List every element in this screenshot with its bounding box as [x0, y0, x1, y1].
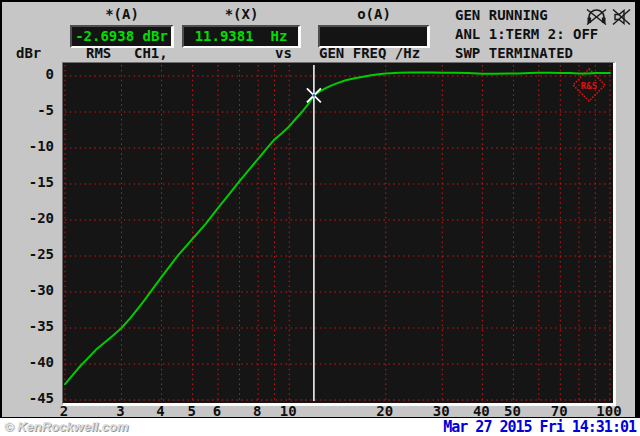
readout-group-x: *(X) 11.9381 Hz — [182, 6, 301, 48]
trace-channel-label: CH1, — [134, 45, 168, 61]
y-tick-label: -30 — [6, 282, 54, 298]
x-tick-label: 50 — [494, 403, 530, 419]
status-gen: GEN RUNNING — [455, 7, 598, 26]
datetime-text: Mar 27 2015 Fri 14:31:01 — [443, 418, 636, 436]
readout-o-header: o(A) — [318, 6, 430, 23]
watermark-text: © KenRockwell.com — [4, 419, 128, 434]
readout-group-o: o(A) — [318, 6, 430, 48]
readout-group-a: *(A) -2.6938 dBr — [70, 6, 174, 48]
x-tick-label: 20 — [367, 403, 403, 419]
y-tick-label: -35 — [6, 318, 54, 334]
analyzer-screen: *(A) -2.6938 dBr *(X) 11.9381 Hz o(A) dB… — [0, 0, 640, 436]
plot-background — [63, 63, 613, 403]
y-tick-label: -25 — [6, 246, 54, 262]
y-unit-top-label: dBr — [16, 45, 41, 61]
trace-function-label: RMS — [86, 45, 111, 61]
status-anl: ANL 1:TERM 2: OFF — [455, 26, 598, 45]
y-tick-label: -20 — [6, 210, 54, 226]
y-tick-label: -10 — [6, 138, 54, 154]
footer-strip: © KenRockwell.com Mar 27 2015 Fri 14:31:… — [0, 418, 640, 436]
audio-monitor-indicators — [586, 8, 631, 26]
y-tick-label: 0 — [6, 66, 54, 82]
readout-x-header: *(X) — [182, 6, 301, 23]
headphones-muted-icon — [586, 8, 607, 26]
x-tick-label: 100 — [591, 403, 627, 419]
y-tick-label: -40 — [6, 354, 54, 370]
instrument-panel: *(A) -2.6938 dBr *(X) 11.9381 Hz o(A) dB… — [0, 0, 640, 418]
cursor-marker-center — [313, 94, 315, 96]
frequency-response-plot: R&S — [62, 62, 616, 406]
x-tick-label: 3 — [102, 403, 138, 419]
trace-vs-label: vs — [275, 45, 292, 61]
x-source-label: GEN FREQ /Hz — [319, 45, 420, 61]
readout-a-header: *(A) — [70, 6, 174, 23]
speaker-muted-icon — [612, 8, 631, 26]
x-tick-label: 30 — [423, 403, 459, 419]
x-tick-label: 6 — [199, 403, 235, 419]
x-tick-label: 2 — [46, 403, 82, 419]
status-block: GEN RUNNING ANL 1:TERM 2: OFF SWP TERMIN… — [455, 7, 598, 64]
y-tick-label: -15 — [6, 174, 54, 190]
x-tick-label: 70 — [541, 403, 577, 419]
y-tick-label: -5 — [6, 102, 54, 118]
rohde-schwarz-logo-text: R&S — [581, 81, 597, 91]
x-tick-label: 10 — [270, 403, 306, 419]
